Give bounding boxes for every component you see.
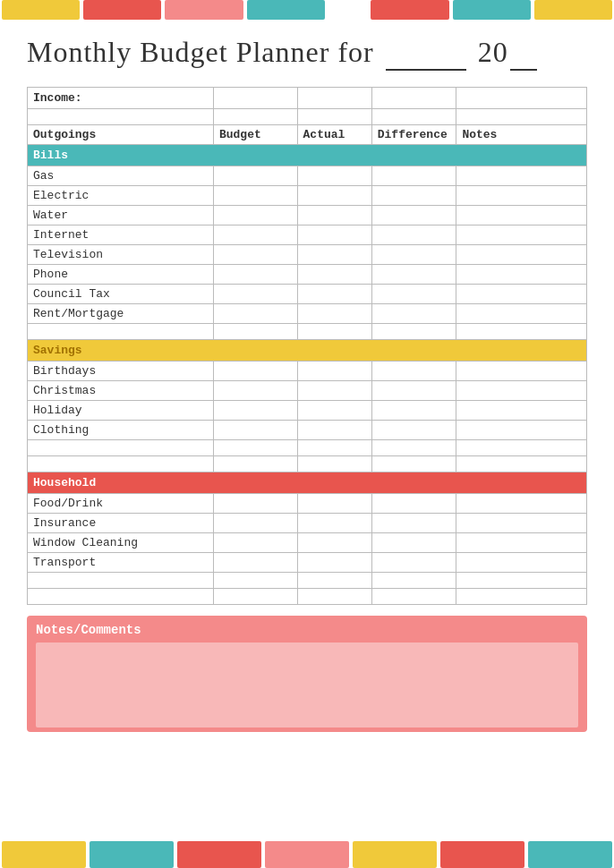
item-water: Water bbox=[28, 206, 214, 226]
item-council-tax: Council Tax bbox=[28, 285, 214, 304]
item-holiday: Holiday bbox=[28, 401, 214, 421]
title-text: Monthly Budget Planner for bbox=[27, 36, 374, 68]
table-row: Council Tax bbox=[28, 285, 587, 304]
spacer-row-5 bbox=[28, 573, 587, 589]
household-section-header: Household bbox=[28, 472, 587, 494]
bottom-bar-segment-2 bbox=[90, 841, 174, 868]
top-bar-segment-6 bbox=[371, 0, 448, 20]
table-row: Transport bbox=[28, 553, 587, 573]
bottom-bar-segment-6 bbox=[440, 841, 524, 868]
table-row: Internet bbox=[28, 226, 587, 245]
bottom-bar-segment-1 bbox=[2, 841, 86, 868]
col-difference-header: Difference bbox=[371, 125, 456, 145]
spacer-row-3 bbox=[28, 440, 587, 456]
col-budget-header: Budget bbox=[213, 125, 297, 145]
item-rent-mortgage: Rent/Mortgage bbox=[28, 304, 214, 324]
spacer-row-1 bbox=[28, 109, 587, 125]
top-bar-segment-7 bbox=[453, 0, 531, 20]
top-bar-segment-8 bbox=[534, 0, 612, 20]
table-row: Christmas bbox=[28, 381, 587, 401]
bills-label: Bills bbox=[28, 145, 587, 166]
savings-label: Savings bbox=[28, 340, 587, 362]
table-row: Clothing bbox=[28, 421, 587, 440]
top-bar-segment-5 bbox=[328, 0, 368, 20]
col-outgoings-header: Outgoings bbox=[28, 125, 214, 145]
table-row: Insurance bbox=[28, 514, 587, 533]
item-insurance: Insurance bbox=[28, 514, 214, 533]
item-gas: Gas bbox=[28, 166, 214, 186]
table-row: Electric bbox=[28, 186, 587, 206]
table-row: Television bbox=[28, 245, 587, 265]
page-title: Monthly Budget Planner for 20 bbox=[27, 36, 587, 71]
item-electric: Electric bbox=[28, 186, 214, 206]
bottom-color-bar bbox=[0, 841, 614, 868]
date-underline bbox=[386, 36, 466, 71]
item-birthdays: Birthdays bbox=[28, 362, 214, 381]
notes-comments-body[interactable] bbox=[36, 642, 578, 728]
item-television: Television bbox=[28, 245, 214, 265]
bottom-bar-segment-3 bbox=[177, 841, 261, 868]
col-actual-header: Actual bbox=[297, 125, 371, 145]
budget-table: Income: Outgoings Budget Actual Differen… bbox=[27, 87, 587, 605]
top-bar-segment-3 bbox=[165, 0, 243, 20]
table-row: Phone bbox=[28, 265, 587, 285]
bills-section-header: Bills bbox=[28, 145, 587, 166]
top-color-bar bbox=[0, 0, 614, 20]
column-header-row: Outgoings Budget Actual Difference Notes bbox=[28, 125, 587, 145]
spacer-row-6 bbox=[28, 589, 587, 605]
table-row: Holiday bbox=[28, 401, 587, 421]
year-prefix: 20 bbox=[478, 36, 508, 68]
notes-comments-label: Notes/Comments bbox=[36, 623, 578, 637]
bottom-bar-segment-7 bbox=[528, 841, 612, 868]
income-label: Income: bbox=[28, 88, 214, 109]
item-food-drink: Food/Drink bbox=[28, 494, 214, 514]
item-window-cleaning: Window Cleaning bbox=[28, 533, 214, 553]
table-row: Gas bbox=[28, 166, 587, 186]
income-budget-cell bbox=[213, 88, 297, 109]
income-actual-cell bbox=[297, 88, 371, 109]
household-label: Household bbox=[28, 472, 587, 494]
income-row: Income: bbox=[28, 88, 587, 109]
item-clothing: Clothing bbox=[28, 421, 214, 440]
item-phone: Phone bbox=[28, 265, 214, 285]
item-internet: Internet bbox=[28, 226, 214, 245]
notes-comments-section: Notes/Comments bbox=[27, 616, 587, 732]
spacer-row-4 bbox=[28, 456, 587, 472]
main-content: Monthly Budget Planner for 20 Income: Ou… bbox=[0, 20, 614, 741]
income-notes-cell bbox=[456, 88, 587, 109]
col-notes-header: Notes bbox=[456, 125, 587, 145]
table-row: Window Cleaning bbox=[28, 533, 587, 553]
bottom-bar-segment-4 bbox=[265, 841, 349, 868]
page: Monthly Budget Planner for 20 Income: Ou… bbox=[0, 0, 614, 868]
table-row: Rent/Mortgage bbox=[28, 304, 587, 324]
top-bar-segment-2 bbox=[83, 0, 161, 20]
income-diff-cell bbox=[371, 88, 456, 109]
top-bar-segment-1 bbox=[2, 0, 80, 20]
year-underline bbox=[510, 36, 537, 71]
item-christmas: Christmas bbox=[28, 381, 214, 401]
savings-section-header: Savings bbox=[28, 340, 587, 362]
spacer-row-2 bbox=[28, 324, 587, 340]
top-bar-segment-4 bbox=[247, 0, 325, 20]
table-row: Birthdays bbox=[28, 362, 587, 381]
item-transport: Transport bbox=[28, 553, 214, 573]
table-row: Water bbox=[28, 206, 587, 226]
table-row: Food/Drink bbox=[28, 494, 587, 514]
bottom-bar-segment-5 bbox=[353, 841, 437, 868]
